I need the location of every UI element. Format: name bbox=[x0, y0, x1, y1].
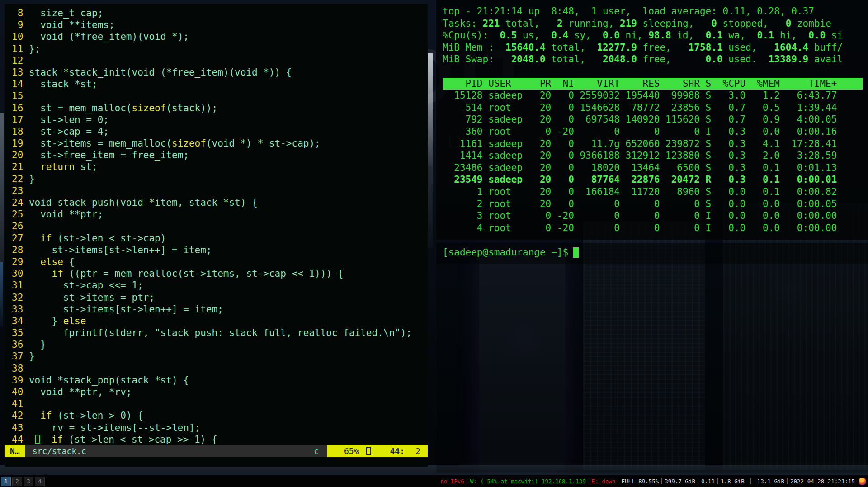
process-row: 23549 sadeep 20 0 87764 22876 20472 R 0.… bbox=[443, 174, 863, 186]
line-number: 16 bbox=[12, 102, 23, 114]
code-line: 24void stack_push(void *item, stack *st)… bbox=[12, 197, 428, 208]
line-number: 22 bbox=[12, 173, 23, 185]
line-number: 28 bbox=[12, 244, 23, 256]
status-separator bbox=[618, 478, 618, 484]
line-number: 25 bbox=[12, 208, 23, 220]
code-line: 21 return st; bbox=[12, 161, 428, 173]
process-row: 3 root 0 -20 0 0 0 I 0.0 0.0 0:00.00 bbox=[443, 210, 863, 222]
top-terminal-window[interactable]: top - 21:21:14 up 8:48, 1 user, load ave… bbox=[436, 0, 868, 240]
line-number: 40 bbox=[12, 386, 23, 398]
line-number: 15 bbox=[12, 90, 23, 102]
status-separator bbox=[661, 478, 662, 484]
line-number: 32 bbox=[12, 292, 23, 303]
status-item: W: ( 54% at macwifi) 192.168.1.139 bbox=[470, 478, 586, 485]
line-number: 29 bbox=[12, 256, 23, 268]
taskbar-status: no IPv6W: ( 54% at macwifi) 192.168.1.13… bbox=[440, 478, 866, 485]
status-item: 13.1 GiB bbox=[754, 478, 784, 485]
process-row: 360 root 0 -20 0 0 0 I 0.3 0.0 0:00.16 bbox=[443, 126, 863, 138]
code-line: 32 st->items = ptr; bbox=[12, 292, 428, 303]
line-number: 36 bbox=[12, 339, 23, 350]
process-row: 514 root 20 0 1546628 78772 23856 S 0.7 … bbox=[443, 102, 863, 114]
line-number: 17 bbox=[12, 114, 23, 126]
line-number: 44 bbox=[12, 434, 23, 445]
process-row: 1 root 20 0 166184 11720 8960 S 0.0 0.1 … bbox=[443, 186, 863, 198]
filetype-indicator: c bbox=[314, 445, 327, 457]
vim-editor-window[interactable]: 8 size_t cap; 9 void **items;10 void (*f… bbox=[5, 4, 428, 467]
line-number: 9 bbox=[12, 19, 23, 31]
code-line: 27 if (st->len < st->cap) bbox=[12, 232, 428, 244]
file-name: src/stack.c bbox=[25, 445, 314, 457]
code-line: 35 fprintf(stderr, "stack_push: stack fu… bbox=[12, 327, 428, 339]
code-line: 10 void (*free_item)(void *); bbox=[12, 31, 428, 43]
vim-command-line[interactable] bbox=[5, 457, 428, 467]
workspace-button-3[interactable]: 3 bbox=[24, 477, 33, 486]
workspace-button-2[interactable]: 2 bbox=[12, 477, 22, 486]
code-line: 44 if (st->len < st->cap >> 1) { bbox=[12, 434, 428, 445]
workspace-button-4[interactable]: 4 bbox=[35, 477, 45, 486]
line-number: 35 bbox=[12, 327, 23, 339]
vim-statusline: N… src/stack.c c 65% 44: 2 bbox=[5, 445, 428, 457]
top-summary-line: MiB Swap: 2048.0 total, 2048.0 free, 0.0… bbox=[443, 53, 863, 66]
code-line: 15 bbox=[12, 90, 428, 102]
code-line: 37} bbox=[12, 350, 428, 362]
workspace-buttons: 1234 bbox=[1, 477, 46, 486]
line-number: 18 bbox=[12, 126, 23, 137]
code-line: 43 rv = st->items[--st->len]; bbox=[12, 422, 428, 434]
status-separator bbox=[467, 478, 467, 484]
code-line: 39void *stack_pop(stack *st) { bbox=[12, 374, 428, 386]
scroll-percent: 65% bbox=[344, 445, 359, 457]
top-summary-line: %Cpu(s): 0.5 us, 0.4 sy, 0.0 ni, 98.8 id… bbox=[443, 29, 863, 42]
line-number: 26 bbox=[12, 220, 23, 232]
glyph-box-icon bbox=[366, 447, 371, 455]
line-number: 21 bbox=[12, 161, 23, 173]
shell-prompt-line[interactable]: [sadeep@smadurange ~]$ bbox=[436, 243, 868, 264]
top-summary-line: MiB Mem : 15640.4 total, 12277.9 free, 1… bbox=[443, 42, 863, 54]
line-number: 11 bbox=[12, 43, 23, 55]
code-line: 30 if ((ptr = mem_realloc(st->items, st-… bbox=[12, 268, 428, 279]
process-table-rows: 15128 sadeep 20 0 2559032 195440 99988 S… bbox=[443, 90, 863, 234]
shell-terminal-window[interactable]: [sadeep@smadurange ~]$ bbox=[436, 243, 868, 473]
status-item: E: down bbox=[592, 478, 616, 485]
status-separator bbox=[717, 478, 718, 484]
shell-prompt: [sadeep@smadurange ~]$ bbox=[443, 247, 568, 258]
code-line: 25 void **ptr; bbox=[12, 208, 428, 220]
status-item: 2022-04-28 21:21:15 bbox=[790, 478, 855, 485]
line-number: 19 bbox=[12, 137, 23, 149]
top-summary-line: top - 21:21:14 up 8:48, 1 user, load ave… bbox=[443, 5, 863, 18]
line-number: 42 bbox=[12, 410, 23, 421]
code-line: 9 void **items; bbox=[12, 19, 428, 31]
code-line: 19 st->items = mem_malloc(sizeof(void *)… bbox=[12, 137, 428, 149]
status-separator bbox=[787, 478, 788, 484]
code-line: 22} bbox=[12, 173, 428, 185]
cursor-line-number: 44: bbox=[390, 445, 405, 457]
line-number: 39 bbox=[12, 374, 23, 386]
process-row: 792 sadeep 20 0 697548 140920 115620 S 0… bbox=[443, 113, 863, 126]
code-line: 20 st->free_item = free_item; bbox=[12, 149, 428, 161]
code-line: 38 bbox=[12, 363, 428, 374]
top-summary-line: Tasks: 221 total, 2 running, 219 sleepin… bbox=[443, 18, 863, 30]
code-line: 17 st->len = 0; bbox=[12, 114, 428, 126]
code-area[interactable]: 8 size_t cap; 9 void **items;10 void (*f… bbox=[5, 4, 428, 445]
code-line: 29 else { bbox=[12, 256, 428, 268]
line-number: 37 bbox=[12, 350, 23, 362]
status-item: 1.8 GiB bbox=[721, 478, 748, 485]
process-table-header: PID USER PR NI VIRT RES SHR S %CPU %MEM … bbox=[443, 78, 863, 90]
vim-hollow-cursor bbox=[35, 435, 40, 444]
code-line: 28 st->items[st->len++] = item; bbox=[12, 244, 428, 256]
line-number: 24 bbox=[12, 197, 23, 208]
wallpaper-left-edge-strip bbox=[0, 113, 4, 262]
status-item: 0.11 bbox=[701, 478, 715, 485]
process-row: 2 root 20 0 0 0 0 S 0.0 0.0 0:00.05 bbox=[443, 198, 863, 210]
code-line: 41 bbox=[12, 398, 428, 410]
workspace-button-1[interactable]: 1 bbox=[1, 477, 11, 486]
flame-tray-icon[interactable] bbox=[859, 478, 866, 485]
code-line: 14 stack *st; bbox=[12, 78, 428, 90]
line-number: 10 bbox=[12, 31, 23, 43]
status-item: 399.7 GiB bbox=[665, 478, 695, 485]
top-summary: top - 21:21:14 up 8:48, 1 user, load ave… bbox=[443, 5, 863, 66]
code-line: 36 } bbox=[12, 339, 428, 350]
code-line: 42 if (st->len > 0) { bbox=[12, 410, 428, 421]
taskbar: 1234 no IPv6W: ( 54% at macwifi) 192.168… bbox=[0, 475, 868, 487]
line-number: 14 bbox=[12, 78, 23, 90]
status-item: FULL 89.55% bbox=[621, 478, 659, 485]
